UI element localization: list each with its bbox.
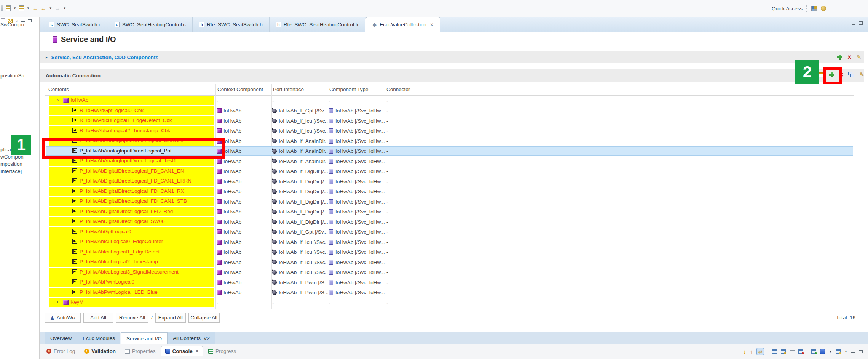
footer-button[interactable]: ♟ AutoWiz <box>45 313 81 323</box>
cell-port-interface[interactable]: IoHwAb_If_DigDir [/... <box>272 197 328 207</box>
tree-node-label[interactable]: P_IoHwAbGptLogical0 <box>80 229 131 234</box>
tree-node-label[interactable]: P_IoHwAbDigitalDirectLogical_FD_CAN1_EN <box>80 168 184 174</box>
cell-connector[interactable]: - <box>386 257 424 267</box>
cell-component-type[interactable]: IoHwAb [/Svc_IoHw... <box>329 207 385 217</box>
tree-node-label[interactable]: P_IoHwAbDigitalDirectLogical_LED_Red <box>80 208 173 214</box>
cell-context-component[interactable]: IoHwAb <box>217 288 271 298</box>
footer-button[interactable]: Remove All <box>116 313 148 323</box>
cell-context-component[interactable]: IoHwAb <box>217 136 271 146</box>
connect-icon[interactable] <box>848 72 854 77</box>
cell-connector[interactable]: - <box>386 96 424 106</box>
link-editor-icon[interactable]: ⇄ <box>756 348 764 355</box>
tree-node-label[interactable]: IoHwAb <box>70 97 88 103</box>
table-row[interactable]: ∨ IoHwAb - - - - <box>45 96 854 106</box>
view-tab[interactable]: Console ✕ <box>161 346 203 356</box>
cell-connector[interactable]: - <box>386 116 424 126</box>
up-arrow-icon[interactable]: ↑ <box>750 348 753 355</box>
cell-port-interface[interactable]: IoHwAb_If_Icu [/Svc... <box>272 237 328 247</box>
back-alt-icon[interactable]: ← <box>41 5 46 11</box>
cell-context-component[interactable]: IoHwAb <box>217 268 271 277</box>
tree-node-label[interactable]: P_IoHwAbIcuLogical2_Timestamp <box>80 259 158 264</box>
dropdown-arrow-icon[interactable]: ▼ <box>27 6 30 10</box>
cell-port-interface[interactable]: IoHwAb_If_AnaInDir... <box>272 156 328 166</box>
cell-component-type[interactable]: IoHwAb [/Svc_IoHw... <box>329 288 385 298</box>
column-header-port-interface[interactable]: Port Interface <box>273 87 304 92</box>
forward-dropdown-icon[interactable]: ▼ <box>63 6 66 10</box>
cell-connector[interactable]: - <box>386 207 424 217</box>
table-row[interactable]: ▶ P_IoHwAbIcuLogical2_Timestamp IoHwAb I… <box>45 257 854 268</box>
cell-port-interface[interactable]: IoHwAb_If_AnaInDir... <box>272 146 328 156</box>
table-row[interactable]: ▶ P_IoHwAbPwmLogical_LED_Blue IoHwAb IoH… <box>45 288 854 298</box>
tree-node-label[interactable]: P_IoHwAbDigitalDirectLogical_FD_CAN1_ERR… <box>80 178 191 184</box>
editor-tab[interactable]: h Rte_SWC_SeatSwitch.h <box>193 17 269 32</box>
section-automatic-connection[interactable]: Automatic Connection <box>40 69 864 82</box>
tree-node-label[interactable]: P_IoHwAbIcuLogical0_EdgeCounter <box>80 239 163 244</box>
cell-context-component[interactable]: IoHwAb <box>217 176 271 186</box>
tree-node-label[interactable]: R_IoHwAbIcuLogical1_EdgeDetect_Cbk <box>80 117 172 123</box>
table-row[interactable]: ▶ P_IoHwAbDigitalDirectLogical_FD_CAN1_E… <box>45 167 854 177</box>
cell-connector[interactable]: - <box>386 146 424 156</box>
cell-connector[interactable]: - <box>386 237 424 247</box>
cell-connector[interactable]: - <box>386 288 424 298</box>
forward-icon[interactable]: → <box>55 5 61 11</box>
sort-icon[interactable] <box>819 72 824 77</box>
editor-page-tab[interactable]: All Contents_V2 <box>168 332 215 344</box>
table-row[interactable]: ▶ P_IoHwAbDigitalDirectLogical_FD_CAN1_E… <box>45 176 854 187</box>
cell-component-type[interactable]: IoHwAb [/Svc_IoHw... <box>329 197 385 207</box>
cell-port-interface[interactable]: IoHwAb_If_Icu [/Svc... <box>272 268 328 277</box>
cell-connector[interactable]: - <box>386 247 424 257</box>
minimize-icon[interactable] <box>852 21 855 25</box>
expand-arrow-icon[interactable]: ▸ <box>46 55 48 60</box>
tree-node-label[interactable]: P_IoHwAbIcuLogical3_SignalMeasurement <box>80 269 179 275</box>
table-row[interactable]: ▶ P_IoHwAbIcuLogical3_SignalMeasurement … <box>45 268 854 278</box>
cell-connector[interactable]: - <box>386 277 424 287</box>
down-arrow-icon[interactable]: ↓ <box>743 348 746 355</box>
open-perspective-icon[interactable] <box>811 6 817 11</box>
cell-port-interface[interactable]: IoHwAb_If_DigDir [/... <box>272 207 328 217</box>
dropdown-arrow-icon[interactable]: ▼ <box>844 350 847 353</box>
footer-button[interactable]: Collapse All <box>188 313 220 323</box>
cell-port-interface[interactable]: - <box>272 298 328 308</box>
table-row[interactable]: ▶ P_IoHwAbPwmLogical0 IoHwAb IoHwAb_If_P… <box>45 277 854 288</box>
cell-component-type[interactable]: IoHwAb [/Svc_IoHw... <box>329 167 385 176</box>
cell-connector[interactable]: - <box>386 106 424 116</box>
editor-page-tab[interactable]: Service and I/O <box>121 332 168 344</box>
table-row[interactable]: ◀ R_IoHwAbIcuLogical1_EdgeDetect_Cbk IoH… <box>45 116 854 126</box>
section-service-ecu-abstraction[interactable]: ▸ Service, Ecu Abstraction, CDD Componen… <box>40 51 864 63</box>
cell-port-interface[interactable]: - <box>272 96 328 106</box>
console-lock-icon[interactable] <box>781 349 786 354</box>
table-row[interactable]: ▶ P_IoHwAbDigitalDirectLogical_FD_CAN1_S… <box>45 197 854 207</box>
cell-context-component[interactable]: IoHwAb <box>217 156 271 166</box>
close-icon[interactable]: ✕ <box>430 22 434 27</box>
cell-connector[interactable]: - <box>386 298 424 308</box>
cell-context-component[interactable]: IoHwAb <box>217 217 271 227</box>
cell-context-component[interactable]: IoHwAb <box>217 207 271 217</box>
cell-port-interface[interactable]: IoHwAb_If_DigDir [/... <box>272 167 328 176</box>
cell-port-interface[interactable]: IoHwAb_If_Icu [/Svc... <box>272 257 328 267</box>
tree-node-label[interactable]: P_IoHwAbIcuLogical1_EdgeDetect <box>80 249 160 255</box>
tree-node-label[interactable]: P_IoHwAbDigitalDirectLogical_FD_CAN1_RX <box>80 188 184 194</box>
cell-component-type[interactable]: IoHwAb [/Svc_IoHw... <box>329 277 385 287</box>
cell-connector[interactable]: - <box>386 187 424 197</box>
cell-connector[interactable]: - <box>386 126 424 136</box>
cell-context-component[interactable]: IoHwAb <box>217 257 271 267</box>
editor-page-tab[interactable]: Overview <box>45 332 77 344</box>
tree-node-label[interactable]: KeyM <box>70 299 84 305</box>
cell-connector[interactable]: - <box>386 176 424 186</box>
table-row[interactable]: ▶ P_IoHwAbGptLogical0 IoHwAb IoHwAb_If_G… <box>45 227 854 237</box>
cell-context-component[interactable]: IoHwAb <box>217 227 271 237</box>
cell-component-type[interactable]: IoHwAb [/Svc_IoHw... <box>329 237 385 247</box>
edit-icon[interactable]: ✎ <box>859 71 864 78</box>
cell-context-component[interactable]: IoHwAb <box>217 277 271 287</box>
cell-component-type[interactable]: IoHwAb [/Svc_IoHw... <box>329 217 385 227</box>
cell-port-interface[interactable]: IoHwAb_If_Pwm [/S... <box>272 288 328 298</box>
perspective-icon[interactable] <box>821 6 826 11</box>
cell-context-component[interactable]: IoHwAb <box>217 197 271 207</box>
cell-connector[interactable]: - <box>386 268 424 277</box>
collapse-rows-icon[interactable] <box>790 350 795 353</box>
new-console-icon[interactable] <box>836 349 841 354</box>
table-row[interactable] <box>45 308 854 310</box>
editor-tab[interactable]: ◆ EcucValueCollection ✕ <box>365 17 440 32</box>
table-row[interactable]: ▶ P_IoHwAbDigitalDirectLogical_FD_CAN1_R… <box>45 187 854 197</box>
cell-port-interface[interactable]: IoHwAb_If_DigDir [/... <box>272 176 328 186</box>
